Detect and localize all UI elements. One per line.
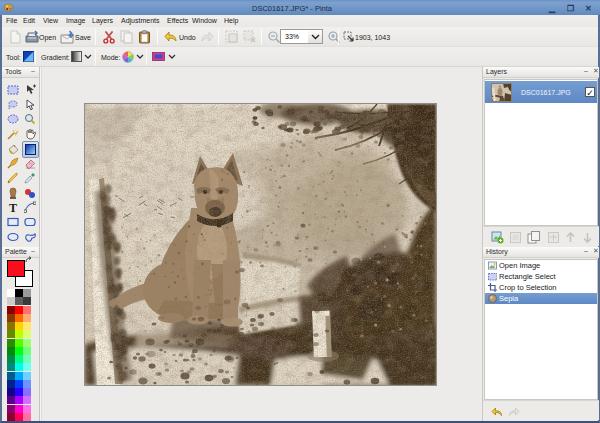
svg-text:T: T (9, 201, 17, 213)
